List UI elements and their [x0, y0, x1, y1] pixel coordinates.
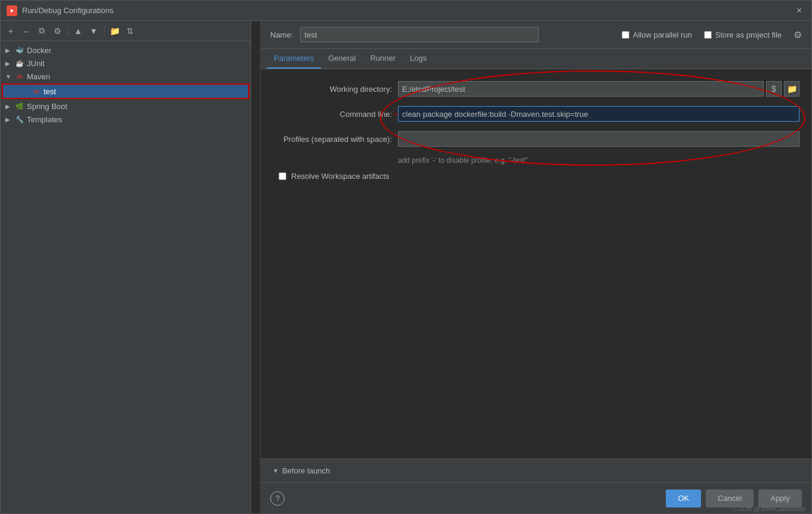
action-buttons: OK Cancel Apply — [666, 490, 802, 507]
store-as-project-checkbox[interactable] — [704, 31, 712, 39]
working-dir-input-row: $ 📁 — [398, 81, 799, 97]
command-line-row: Command line: → — [273, 106, 799, 122]
run-debug-dialog: Run/Debug Configurations × + – ⧉ ⚙ ▲ ▼ 📁… — [0, 0, 812, 514]
apply-button[interactable]: Apply — [758, 490, 802, 507]
working-dir-row: Working directory: $ 📁 — [273, 81, 799, 97]
docker-arrow: ▶ — [5, 47, 13, 54]
cancel-button[interactable]: Cancel — [706, 490, 754, 507]
store-as-project-label[interactable]: Store as project file — [704, 30, 782, 39]
working-dir-browse-button[interactable]: 📁 — [784, 81, 799, 97]
move-down-button[interactable]: ▼ — [87, 24, 100, 38]
name-input[interactable] — [300, 27, 539, 42]
profiles-row: Profiles (separated with space): — [273, 131, 799, 147]
editor-margin — [251, 21, 261, 513]
sort-button[interactable]: ⇅ — [124, 24, 137, 38]
docker-icon: 🐳 — [15, 45, 24, 55]
tree-item-templates[interactable]: ▶ 🔧 Templates — [1, 113, 251, 126]
move-up-button[interactable]: ▲ — [72, 24, 85, 38]
right-panel: Name: Allow parallel run Store as projec… — [261, 21, 811, 513]
junit-arrow: ▶ — [5, 60, 13, 67]
resolve-row: Resolve Workspace artifacts — [279, 172, 799, 181]
dialog-icon — [7, 5, 17, 16]
resolve-checkbox[interactable] — [279, 172, 286, 180]
spring-icon: 🌿 — [15, 101, 24, 111]
left-panel: + – ⧉ ⚙ ▲ ▼ 📁 ⇅ ▶ 🐳 Docker — [1, 21, 251, 513]
working-dir-label: Working directory: — [273, 85, 392, 94]
junit-icon: ☕ — [15, 58, 24, 68]
remove-config-button[interactable]: – — [20, 24, 33, 38]
before-launch-label: Before launch — [282, 466, 330, 475]
left-toolbar: + – ⧉ ⚙ ▲ ▼ 📁 ⇅ — [1, 21, 251, 41]
before-launch-arrow: ▼ — [273, 467, 279, 474]
test-maven-icon: m — [32, 86, 41, 96]
tabs-bar: Parameters General Runner Logs — [261, 49, 811, 69]
allow-parallel-text: Allow parallel run — [633, 30, 692, 39]
help-button[interactable]: ? — [270, 491, 285, 506]
toolbar-separator-2 — [104, 26, 104, 36]
gear-icon[interactable]: ⚙ — [794, 29, 802, 41]
name-field-label: Name: — [270, 30, 293, 39]
copy-config-button[interactable]: ⧉ — [35, 24, 48, 38]
tree-item-junit[interactable]: ▶ ☕ JUnit — [1, 57, 251, 70]
junit-label: JUnit — [27, 59, 45, 68]
before-launch-section: ▼ Before launch — [261, 459, 811, 482]
working-dir-browse-vars-button[interactable]: $ — [766, 81, 782, 97]
ok-button[interactable]: OK — [666, 490, 701, 507]
maven-icon: m — [15, 72, 24, 81]
dialog-title: Run/Debug Configurations — [22, 6, 113, 15]
profiles-hint: add prefix '-' to disable profile, e.g. … — [398, 156, 799, 165]
tab-runner[interactable]: Runner — [363, 49, 403, 69]
command-line-input-row — [398, 106, 799, 122]
maven-label: Maven — [27, 72, 50, 81]
profiles-label: Profiles (separated with space): — [273, 135, 392, 144]
allow-parallel-label[interactable]: Allow parallel run — [622, 30, 692, 39]
spring-label: Spring Boot — [27, 102, 67, 111]
watermark: CSDN @JoneClassMate — [733, 505, 805, 512]
close-button[interactable]: × — [793, 4, 805, 17]
spring-arrow: ▶ — [5, 103, 13, 110]
working-dir-input[interactable] — [398, 81, 764, 97]
test-label: test — [44, 87, 56, 96]
title-bar: Run/Debug Configurations × — [1, 1, 811, 21]
name-row: Name: Allow parallel run Store as projec… — [261, 21, 811, 49]
tree-item-test[interactable]: m test — [2, 83, 249, 99]
maven-arrow: ▼ — [5, 73, 13, 80]
tree-item-docker[interactable]: ▶ 🐳 Docker — [1, 44, 251, 57]
allow-parallel-checkbox[interactable] — [622, 31, 629, 39]
before-launch-header[interactable]: ▼ Before launch — [273, 466, 799, 475]
templates-icon: 🔧 — [15, 114, 24, 124]
tab-logs[interactable]: Logs — [403, 49, 434, 69]
config-tree: ▶ 🐳 Docker ▶ ☕ JUnit ▼ m Maven — [1, 41, 251, 513]
tree-item-spring-boot[interactable]: ▶ 🌿 Spring Boot — [1, 100, 251, 113]
options-row: Allow parallel run Store as project file… — [622, 29, 802, 41]
docker-label: Docker — [27, 46, 51, 55]
tree-item-maven[interactable]: ▼ m Maven — [1, 70, 251, 83]
command-line-label: Command line: — [273, 110, 392, 119]
bottom-bar: ? OK Cancel Apply — [261, 482, 811, 513]
parameters-content: Working directory: $ 📁 Command line: → — [261, 69, 811, 459]
store-as-project-text: Store as project file — [715, 30, 782, 39]
toolbar-separator-1 — [67, 26, 68, 36]
main-content: + – ⧉ ⚙ ▲ ▼ 📁 ⇅ ▶ 🐳 Docker — [1, 21, 811, 513]
templates-arrow: ▶ — [5, 116, 13, 123]
templates-label: Templates — [27, 115, 62, 124]
config-settings-button[interactable]: ⚙ — [51, 24, 64, 38]
tab-general[interactable]: General — [321, 49, 363, 69]
resolve-label[interactable]: Resolve Workspace artifacts — [291, 172, 390, 181]
command-line-input[interactable] — [398, 106, 799, 122]
add-config-button[interactable]: + — [4, 24, 17, 38]
title-bar-left: Run/Debug Configurations — [7, 5, 113, 16]
folder-button[interactable]: 📁 — [108, 24, 121, 38]
profiles-input[interactable] — [398, 131, 799, 147]
tab-parameters[interactable]: Parameters — [267, 49, 321, 69]
